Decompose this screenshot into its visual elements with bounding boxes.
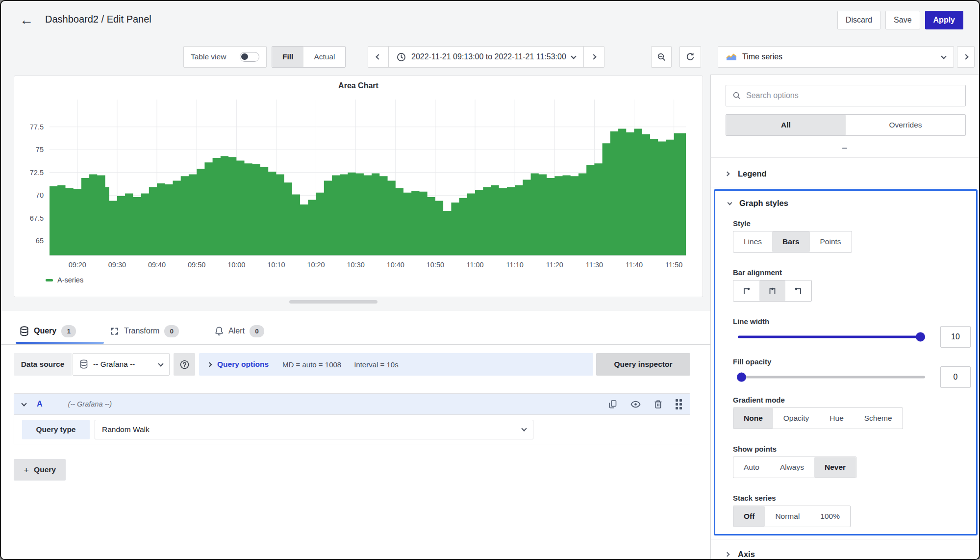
svg-text:11:20: 11:20 xyxy=(546,261,563,269)
legend-item-a-series[interactable]: A-series xyxy=(46,276,83,284)
svg-text:11:40: 11:40 xyxy=(626,261,643,269)
graph-styles-header[interactable]: Graph styles xyxy=(728,199,788,208)
bar-align-before-option[interactable] xyxy=(733,280,759,301)
apply-button[interactable]: Apply xyxy=(925,11,963,29)
query-row-body: Query type Random Walk xyxy=(14,414,690,444)
query-inspector-button[interactable]: Query inspector xyxy=(596,353,690,376)
option-fill[interactable]: Fill xyxy=(272,47,303,67)
show-points-segmented: AutoAlwaysNever xyxy=(733,457,856,478)
tab-alert-label: Alert xyxy=(228,327,245,335)
option-points[interactable]: Points xyxy=(810,231,852,252)
search-icon xyxy=(732,91,741,100)
svg-text:09:20: 09:20 xyxy=(69,261,86,269)
save-button[interactable]: Save xyxy=(885,11,920,29)
refresh-icon xyxy=(685,52,695,62)
bar-align-before-icon xyxy=(742,286,751,296)
svg-text:10:20: 10:20 xyxy=(307,261,325,269)
discard-button[interactable]: Discard xyxy=(837,11,880,29)
collapse-options-pane-button[interactable] xyxy=(957,46,975,68)
drag-query-handle[interactable] xyxy=(676,399,682,409)
query-row-card: A (-- Grafana --) xyxy=(14,393,690,444)
tab-query[interactable]: Query 1 xyxy=(20,321,76,341)
viz-picker-value: Time series xyxy=(742,52,782,61)
fill-opacity-slider-handle[interactable] xyxy=(737,373,746,382)
datasource-help-button[interactable] xyxy=(174,353,195,376)
database-icon xyxy=(79,359,88,369)
options-search[interactable]: Search options xyxy=(726,85,966,106)
time-shift-forward-button[interactable] xyxy=(583,47,604,67)
option-always[interactable]: Always xyxy=(770,457,814,478)
option-100pct[interactable]: 100% xyxy=(810,506,850,527)
bar-align-center-option[interactable] xyxy=(759,280,785,301)
section-divider xyxy=(711,157,980,158)
delete-query-button[interactable] xyxy=(654,400,662,409)
fill-opacity-slider[interactable] xyxy=(738,367,925,387)
stack-series-label: Stack series xyxy=(733,494,776,502)
svg-text:77.5: 77.5 xyxy=(30,123,44,131)
options-pane: Search options AllOverrides Legend Graph… xyxy=(710,75,980,559)
duplicate-query-button[interactable] xyxy=(608,400,617,409)
chevron-down-icon xyxy=(521,426,527,431)
option-auto[interactable]: Auto xyxy=(733,457,770,478)
chevron-right-icon xyxy=(207,362,212,367)
option-actual[interactable]: Actual xyxy=(303,47,345,67)
visualization-picker[interactable]: Time series xyxy=(718,46,954,68)
legend-swatch xyxy=(46,279,53,281)
gradient-mode-segmented: NoneOpacityHueScheme xyxy=(733,407,903,429)
tab-transform[interactable]: Transform 0 xyxy=(110,321,179,341)
pane-splitter-handle[interactable] xyxy=(289,300,377,304)
query-options-toggle[interactable]: Query options xyxy=(208,360,269,369)
option-scheme[interactable]: Scheme xyxy=(854,408,903,429)
query-type-value: Random Walk xyxy=(102,425,150,434)
time-series-chart[interactable]: 6567.57072.57577.509:2009:3009:4009:5010… xyxy=(18,95,698,272)
option-hue[interactable]: Hue xyxy=(819,408,854,429)
option-never[interactable]: Never xyxy=(814,457,856,478)
time-series-viz-icon xyxy=(726,53,737,61)
datasource-value: -- Grafana -- xyxy=(93,360,135,369)
tab-query-count: 1 xyxy=(61,325,76,337)
chevron-down-icon xyxy=(21,401,26,406)
line-width-slider[interactable] xyxy=(738,327,925,347)
chart-panel: Area Chart 6567.57072.57577.509:2009:300… xyxy=(14,76,703,297)
style-label: Style xyxy=(733,219,751,228)
bar-alignment-segmented xyxy=(733,280,812,302)
section-axis[interactable]: Axis xyxy=(726,544,755,560)
query-options-bar: Query options MD = auto = 1008 Interval … xyxy=(199,353,593,376)
query-type-select[interactable]: Random Walk xyxy=(95,420,533,439)
option-overrides[interactable]: Overrides xyxy=(846,115,965,135)
database-icon xyxy=(20,326,29,336)
add-query-button[interactable]: + Query xyxy=(14,459,66,481)
query-row-header[interactable]: A (-- Grafana --) xyxy=(14,394,690,414)
svg-text:11:50: 11:50 xyxy=(665,261,682,269)
hide-response-button[interactable] xyxy=(630,401,641,408)
option-normal[interactable]: Normal xyxy=(765,506,810,527)
option-bars[interactable]: Bars xyxy=(772,231,809,252)
svg-text:09:30: 09:30 xyxy=(108,261,126,269)
option-lines[interactable]: Lines xyxy=(733,231,772,252)
chevron-down-icon xyxy=(158,361,163,366)
option-opacity[interactable]: Opacity xyxy=(773,408,820,429)
table-view-control[interactable]: Table view xyxy=(183,46,267,68)
query-options-label: Query options xyxy=(217,360,269,369)
refresh-button[interactable] xyxy=(679,46,701,68)
time-shift-back-button[interactable] xyxy=(368,47,389,67)
bar-align-after-option[interactable] xyxy=(785,280,811,301)
time-range-picker[interactable]: 2022-11-21 09:13:00 to 2022-11-21 11:53:… xyxy=(389,52,583,62)
section-legend[interactable]: Legend xyxy=(726,163,767,184)
option-off[interactable]: Off xyxy=(733,506,765,527)
zoom-out-button[interactable] xyxy=(651,46,672,68)
all-overrides-segmented: AllOverrides xyxy=(726,114,966,136)
line-width-value[interactable]: 10 xyxy=(940,326,971,348)
datasource-select[interactable]: -- Grafana -- xyxy=(73,353,170,376)
line-width-slider-handle[interactable] xyxy=(916,332,925,342)
table-view-toggle[interactable] xyxy=(240,52,259,62)
option-none[interactable]: None xyxy=(733,408,773,429)
fill-opacity-value[interactable]: 0 xyxy=(940,366,971,388)
chevron-right-icon xyxy=(963,54,968,59)
svg-text:09:40: 09:40 xyxy=(148,261,166,269)
question-circle-icon xyxy=(179,359,190,370)
back-button[interactable]: ← xyxy=(17,10,36,30)
option-all[interactable]: All xyxy=(726,115,846,135)
chevron-down-icon xyxy=(941,53,946,59)
tab-alert[interactable]: Alert 0 xyxy=(215,321,264,341)
